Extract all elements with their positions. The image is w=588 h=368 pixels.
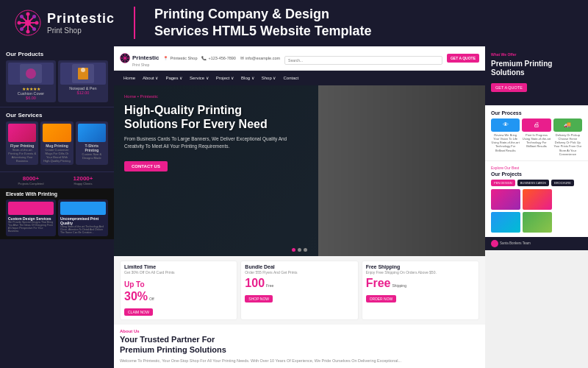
svg-point-24 (124, 57, 126, 59)
logo-text-block: Printestic Print Shop (47, 11, 115, 35)
nav-bar: Home About ∨ Pages ∨ Service ∨ Project ∨… (114, 71, 485, 85)
carousel-dot[interactable] (298, 248, 301, 252)
svg-point-18 (81, 68, 85, 72)
order-now-button[interactable]: ORDER NOW (366, 295, 397, 302)
tag-item: BROCHURE (551, 180, 574, 186)
deal-amount: Free (366, 277, 391, 290)
step-name: Print In Progress Using State-of-the-art… (522, 133, 551, 149)
services-section: Our Services Flyer Printing State-of-the… (0, 107, 114, 171)
stat-label: Happy Clients (58, 182, 108, 185)
mini-logo-text: Printestic Print Shop (132, 49, 159, 67)
avatar (491, 240, 498, 247)
custom-design-icon (8, 202, 54, 215)
get-quote-button[interactable]: GET A QUOTE (447, 54, 479, 63)
services-row: Flyer Printing State-of-the-art Printing… (6, 121, 108, 165)
deal-desc: Order 555 Flyers And Get Prints (245, 270, 354, 275)
deal-title: Free Shipping (366, 264, 475, 269)
projects-title: Our Projects (491, 171, 582, 177)
nav-item-contact[interactable]: Contact (279, 73, 302, 83)
list-item: Custom Design Services We Provide Specia… (6, 199, 56, 236)
tshirt-icon (78, 124, 106, 142)
product-price: $12.00 (60, 91, 106, 95)
list-item: T-Shirts Printing Custom Size & Designs … (76, 121, 108, 165)
search-input[interactable] (284, 56, 442, 65)
mini-logo-icon (120, 53, 130, 63)
tag-item: PEN DESIGN (491, 180, 515, 186)
svg-point-7 (26, 30, 30, 34)
nav-item-service[interactable]: Service ∨ (186, 72, 212, 83)
search-container (284, 52, 442, 65)
mini-logo: Printestic Print Shop (120, 49, 159, 67)
logo-icon (15, 10, 41, 36)
center-panel: Printestic Print Shop 📍 Printestic Shop … (114, 46, 485, 368)
hero-section: Home • Printestic High-Quality Printing … (114, 85, 485, 257)
card-desc: We Provide Special Designs That Bring Yo… (8, 221, 54, 233)
service-name: Mug Printing (43, 144, 71, 148)
persons-label: Santa Bonkers Team (500, 241, 531, 245)
project-tags: PEN DESIGN BUSINESS CARDS BROCHURE (491, 180, 582, 186)
get-quote-button[interactable]: GET A QUOTE (491, 83, 527, 92)
person-tag: Santa Bonkers Team (491, 240, 531, 247)
left-panel: Our Products ★★★★★ Cushion Cover $6.00 (0, 46, 114, 368)
deal-title: Bundle Deal (245, 264, 354, 269)
explore-label: Explore Our Best (491, 166, 582, 170)
deal-highlight: Up To (124, 280, 145, 289)
mini-nav: Printestic Print Shop 📍 Printestic Shop … (114, 46, 485, 71)
claim-now-button[interactable]: CLAIM NOW (124, 308, 153, 316)
stat-item: 8000+ Projects Completed (6, 175, 56, 185)
nav-item-home[interactable]: Home (120, 73, 139, 83)
service-desc: State-of-the-art Printing For Events & A… (8, 148, 36, 163)
top-header: Printestic Print Shop Printing Company &… (0, 0, 588, 46)
stat-number: 8000+ (6, 175, 56, 182)
project-thumbnail (523, 189, 552, 210)
premium-card: What We Offer Premium Printing Solutions… (485, 46, 588, 105)
step-name: Review We Bring Your Vision To Life Usin… (491, 133, 520, 152)
what-we-offer-label: What We Offer (491, 52, 582, 57)
deal-amount-label: Shipping (392, 283, 406, 288)
header-divider (134, 7, 135, 39)
project-items (491, 189, 582, 233)
deal-amount: 100 (245, 277, 265, 290)
carousel-dot[interactable] (304, 248, 307, 252)
product-price: $6.00 (8, 96, 54, 100)
print-quality-icon (60, 202, 106, 215)
svg-point-5 (25, 20, 31, 26)
deal-amount: 30% (124, 290, 148, 303)
list-item: Limited Time Get 30% Off On All Card Pri… (120, 261, 237, 320)
about-title: Your Trusted Partner For Premium Printin… (120, 335, 479, 354)
carousel-dot-active[interactable] (292, 248, 295, 252)
products-section: Our Products ★★★★★ Cushion Cover $6.00 (0, 46, 114, 107)
rating-stars: ★★★★★ (8, 86, 54, 91)
list-item: Notepad & Pen $12.00 (58, 60, 108, 102)
contact-us-button[interactable]: CONTACT US (124, 161, 168, 171)
logo-sub: Print Shop (47, 26, 115, 35)
mug-icon (43, 124, 71, 142)
list-item: Uncompromised Print Quality Using State-… (58, 199, 108, 236)
stat-number: 12000+ (58, 175, 108, 182)
nav-item-about[interactable]: About ∨ (139, 72, 162, 83)
nav-item-shop[interactable]: Shop ∨ (258, 72, 280, 83)
list-item: 👁 Review We Bring Your Vision To Life Us… (491, 118, 520, 156)
elevate-section: Elevate With Printing Custom Design Serv… (0, 188, 114, 239)
review-icon: 👁 (491, 118, 520, 132)
about-label: About Us (120, 329, 479, 333)
step-name: Delivery Or Pickup Choose Home Delivery … (553, 133, 582, 156)
shop-now-button[interactable]: SHOP NOW (245, 295, 273, 302)
elevate-title: Elevate With Printing (6, 191, 108, 197)
print-icon: 🖨 (522, 118, 551, 132)
service-desc: Create Customize Mugs For Gifts Or Your … (43, 148, 71, 163)
list-item: 🖨 Print In Progress Using State-of-the-a… (522, 118, 551, 156)
nav-item-pages[interactable]: Pages ∨ (162, 72, 186, 83)
nav-item-blog[interactable]: Blog ∨ (237, 72, 258, 83)
about-text: Welcome To Printestic, Your One-Stop Sho… (120, 358, 479, 364)
hero-description: From Business Cards To Large Banners, We… (124, 135, 475, 150)
hero-title: High-Quality Printing Solutions For Ever… (124, 103, 475, 131)
deal-amount-label: Free (266, 283, 273, 288)
deal-desc: Enjoy Free Shipping On Orders Above $50. (366, 270, 475, 275)
product-image (60, 63, 106, 85)
tag-item: BUSINESS CARDS (517, 180, 549, 186)
deals-row: Limited Time Get 30% Off On All Card Pri… (114, 256, 485, 325)
projects-section: Explore Our Best Our Projects PEN DESIGN… (485, 160, 588, 237)
process-title: Our Process (491, 110, 582, 116)
nav-item-project[interactable]: Project ∨ (212, 72, 237, 83)
